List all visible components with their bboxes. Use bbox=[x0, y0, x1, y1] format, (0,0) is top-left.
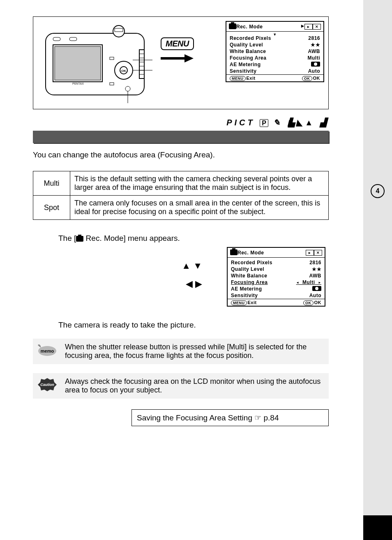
section-title-bar bbox=[33, 131, 329, 143]
intro-text: You can change the autofocus area (Focus… bbox=[33, 150, 329, 159]
focus-options-table: Multi This is the default setting with t… bbox=[33, 171, 329, 220]
arrow-right-icon bbox=[161, 54, 194, 62]
caution-text: Always check the focusing area on the LC… bbox=[65, 377, 325, 395]
setup-tab-icon: ✕ bbox=[313, 24, 321, 30]
lcd-menu-bottom: Rec. Mode ▸ ✕ Recorded Pixels2816 Qualit… bbox=[227, 247, 325, 307]
lcd-tabs: ▸ ✕ bbox=[306, 250, 322, 256]
caution-note: Caution Always check the focusing area o… bbox=[33, 373, 329, 399]
lcd-row-sensitivity: SensitivityAuto bbox=[231, 292, 321, 299]
lcd-row-sensitivity: SensitivityAuto bbox=[230, 68, 320, 74]
mode-icons-strip: PICT P ✎ ◗▙ ◣▲ ▟ bbox=[33, 118, 329, 127]
camera-icon bbox=[76, 236, 83, 242]
step1-text: The [ Rec. Mode] menu appears. bbox=[58, 234, 329, 243]
lcd-row-quality: Quality Level★★ bbox=[231, 266, 321, 272]
lcd-row-ae-metering: AE Metering bbox=[230, 61, 320, 68]
lcd-title: Rec. Mode bbox=[238, 250, 264, 256]
table-cell-desc: The camera only focuses on a small area … bbox=[70, 196, 329, 220]
svg-text:Caution: Caution bbox=[40, 383, 54, 387]
lcd-row-white-balance: White BalanceAWB bbox=[231, 272, 321, 279]
camera-icon bbox=[229, 23, 236, 29]
footer-cross-reference: Saving the Focusing Area Setting ☞ p.84 bbox=[131, 409, 329, 426]
memo-icon: memo bbox=[37, 343, 58, 359]
lcd-row-focusing-area: Focusing AreaMulti bbox=[230, 55, 320, 61]
setup-tab-icon: ✕ bbox=[314, 250, 322, 256]
landscape-mode-icon: ◣▲ bbox=[296, 118, 316, 127]
table-cell-option: Multi bbox=[33, 171, 70, 196]
svg-rect-9 bbox=[110, 83, 114, 85]
lcd-row-quality: Quality Level★★ bbox=[230, 42, 320, 48]
lcd-row-white-balance: White BalanceAWB bbox=[230, 48, 320, 55]
caution-icon: Caution bbox=[37, 377, 58, 394]
svg-text:memo: memo bbox=[41, 348, 54, 353]
page-number-tab: 4 bbox=[371, 184, 385, 198]
playback-tab-icon: ▸ bbox=[304, 24, 313, 30]
lcd-title: Rec. Mode bbox=[236, 24, 263, 30]
svg-text:PENTAX: PENTAX bbox=[72, 82, 84, 85]
table-row: Spot The camera only focuses on a small … bbox=[33, 196, 329, 220]
svg-rect-2 bbox=[55, 46, 101, 80]
metering-icon bbox=[311, 62, 320, 67]
playback-tab-icon: ▸ bbox=[306, 250, 314, 256]
svg-rect-4 bbox=[115, 28, 123, 32]
side-gutter bbox=[363, 0, 392, 540]
svg-rect-23 bbox=[69, 37, 77, 41]
menu-pill: MENU bbox=[230, 76, 246, 81]
svg-point-20 bbox=[125, 86, 130, 91]
lcd-row-ae-metering: AE Metering bbox=[231, 286, 321, 292]
picture-mode-icon: ✎ bbox=[273, 118, 283, 127]
svg-rect-22 bbox=[53, 37, 60, 41]
four-way-controller-icon: ▲ ▼ ◀ ▶ bbox=[182, 257, 202, 293]
top-figure: OK PENTAX MENU bbox=[33, 16, 329, 109]
memo-text: When the shutter release button is press… bbox=[65, 343, 325, 360]
night-mode-icon: ◗▙ bbox=[287, 118, 291, 127]
program-mode-icon: P bbox=[260, 119, 268, 127]
menu-pill: MENU bbox=[231, 300, 247, 305]
camera-icon bbox=[230, 249, 238, 255]
cross-reference-icon: ☞ bbox=[254, 413, 261, 422]
lcd-tabs: ▶ ▸ ✕ bbox=[301, 24, 321, 30]
ok-pill: OK bbox=[303, 300, 314, 305]
portrait-mode-icon: ▟ bbox=[320, 118, 329, 127]
memo-note: memo When the shutter release button is … bbox=[33, 339, 329, 364]
metering-icon bbox=[312, 286, 321, 291]
svg-text:OK: OK bbox=[121, 69, 126, 73]
menu-button-label: MENU bbox=[161, 37, 194, 50]
side-black-box bbox=[363, 515, 392, 540]
lcd-row-focusing-area-selected: Focusing Area◂ Multi ▸ bbox=[231, 279, 321, 286]
table-cell-desc: This is the default setting with the cam… bbox=[70, 171, 329, 196]
table-row: Multi This is the default setting with t… bbox=[33, 171, 329, 196]
camera-drawing: OK PENTAX bbox=[37, 21, 152, 105]
ok-pill: OK bbox=[302, 76, 312, 81]
svg-marker-25 bbox=[184, 54, 194, 62]
step3-text: The camera is ready to take the picture. bbox=[58, 321, 329, 330]
svg-rect-8 bbox=[110, 57, 114, 60]
lcd-menu-top: Rec. Mode ▶ ▸ ✕ ▼ Recorded Pixels2816 Qu… bbox=[226, 21, 324, 82]
lcd-row-recorded-pixels: Recorded Pixels2816 bbox=[231, 259, 321, 266]
table-cell-option: Spot bbox=[33, 196, 70, 220]
